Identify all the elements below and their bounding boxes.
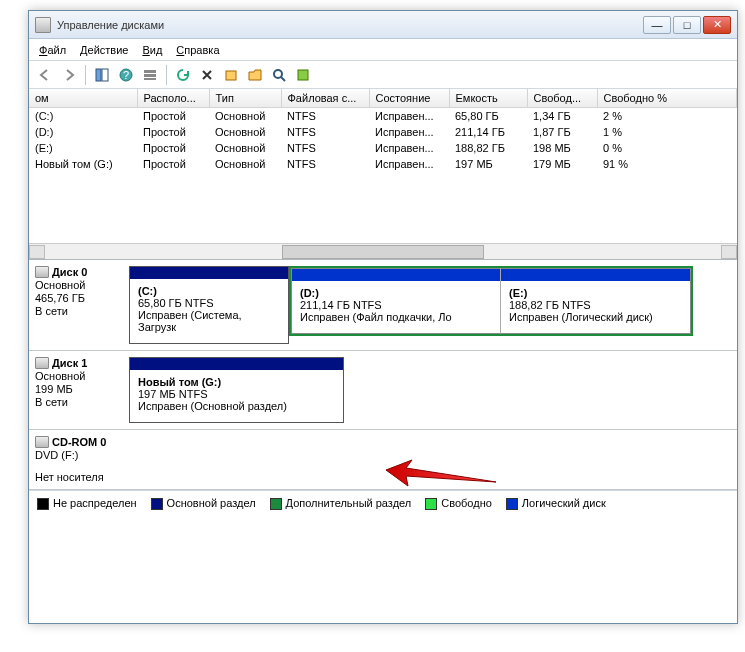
menubar: Файл Действие Вид Справка	[29, 39, 737, 61]
cell-cap: 197 МБ	[449, 156, 527, 172]
cdrom-status: Нет носителя	[35, 471, 733, 483]
menu-help[interactable]: Справка	[176, 44, 219, 56]
volume-e[interactable]: (E:) 188,82 ГБ NTFS Исправен (Логический…	[501, 268, 691, 334]
properties-button[interactable]	[221, 65, 241, 85]
cell-layout: Простой	[137, 140, 209, 156]
col-volume[interactable]: ом	[29, 89, 137, 108]
disk1-status: В сети	[35, 396, 125, 408]
cell-fs: NTFS	[281, 108, 369, 125]
cell-status: Исправен...	[369, 140, 449, 156]
table-row[interactable]: (C:)ПростойОсновнойNTFSИсправен...65,80 …	[29, 108, 737, 125]
disk-icon	[35, 357, 49, 369]
disk-row-0[interactable]: Диск 0 Основной 465,76 ГБ В сети (C:) 65…	[29, 260, 737, 351]
legend-primary: Основной раздел	[151, 497, 256, 510]
menu-action[interactable]: Действие	[80, 44, 128, 56]
disk1-type: Основной	[35, 370, 125, 382]
extended-partition: (D:) 211,14 ГБ NTFS Исправен (Файл подка…	[289, 266, 693, 336]
cell-fs: NTFS	[281, 156, 369, 172]
delete-button[interactable]	[197, 65, 217, 85]
cell-type: Основной	[209, 140, 281, 156]
vol-e-name: (E:)	[509, 287, 682, 299]
cell-vol: (C:)	[29, 108, 137, 125]
cell-status: Исправен...	[369, 156, 449, 172]
svg-rect-1	[102, 69, 108, 81]
cell-cap: 65,80 ГБ	[449, 108, 527, 125]
disk0-name: Диск 0	[52, 266, 87, 278]
cell-free: 1,87 ГБ	[527, 124, 597, 140]
svg-rect-4	[144, 70, 156, 73]
col-free[interactable]: Свобод...	[527, 89, 597, 108]
back-button[interactable]	[35, 65, 55, 85]
settings-button[interactable]	[293, 65, 313, 85]
svg-rect-7	[226, 71, 236, 80]
refresh-button[interactable]	[173, 65, 193, 85]
window-title: Управление дисками	[57, 19, 643, 31]
disk1-size: 199 МБ	[35, 383, 125, 395]
vol-c-name: (C:)	[138, 285, 280, 297]
scroll-left-icon[interactable]	[29, 245, 45, 259]
col-type[interactable]: Тип	[209, 89, 281, 108]
table-row[interactable]: (D:)ПростойОсновнойNTFSИсправен...211,14…	[29, 124, 737, 140]
disk0-status: В сети	[35, 305, 125, 317]
list-view-button[interactable]	[140, 65, 160, 85]
table-row[interactable]: Новый том (G:)ПростойОсновнойNTFSИсправе…	[29, 156, 737, 172]
scroll-right-icon[interactable]	[721, 245, 737, 259]
disk1-name: Диск 1	[52, 357, 87, 369]
cell-layout: Простой	[137, 124, 209, 140]
cell-fs: NTFS	[281, 140, 369, 156]
vol-d-status: Исправен (Файл подкачки, Ло	[300, 311, 492, 323]
horizontal-scrollbar[interactable]	[29, 243, 737, 259]
titlebar[interactable]: Управление дисками — □ ✕	[29, 11, 737, 39]
volume-d[interactable]: (D:) 211,14 ГБ NTFS Исправен (Файл подка…	[291, 268, 501, 334]
cell-type: Основной	[209, 108, 281, 125]
app-icon	[35, 17, 51, 33]
vol-c-status: Исправен (Система, Загрузк	[138, 309, 280, 333]
search-button[interactable]	[269, 65, 289, 85]
cdrom-row[interactable]: CD-ROM 0 DVD (F:) Нет носителя	[29, 430, 737, 490]
close-button[interactable]: ✕	[703, 16, 731, 34]
vol-g-status: Исправен (Основной раздел)	[138, 400, 335, 412]
cell-cap: 211,14 ГБ	[449, 124, 527, 140]
cell-vol: Новый том (G:)	[29, 156, 137, 172]
cell-free: 1,34 ГБ	[527, 108, 597, 125]
forward-button[interactable]	[59, 65, 79, 85]
svg-rect-0	[96, 69, 101, 81]
legend-unalloc: Не распределен	[37, 497, 137, 510]
cell-pct: 0 %	[597, 140, 737, 156]
minimize-button[interactable]: —	[643, 16, 671, 34]
cell-type: Основной	[209, 124, 281, 140]
menu-file[interactable]: Файл	[39, 44, 66, 56]
table-row[interactable]: (E:)ПростойОсновнойNTFSИсправен...188,82…	[29, 140, 737, 156]
show-tree-button[interactable]	[92, 65, 112, 85]
legend-extended: Дополнительный раздел	[270, 497, 412, 510]
svg-rect-5	[144, 74, 156, 77]
legend-logical: Логический диск	[506, 497, 606, 510]
volume-g[interactable]: Новый том (G:) 197 МБ NTFS Исправен (Осн…	[129, 357, 344, 423]
vol-g-size: 197 МБ NTFS	[138, 388, 335, 400]
volume-c[interactable]: (C:) 65,80 ГБ NTFS Исправен (Система, За…	[129, 266, 289, 344]
vol-c-size: 65,80 ГБ NTFS	[138, 297, 280, 309]
vol-d-size: 211,14 ГБ NTFS	[300, 299, 492, 311]
cell-status: Исправен...	[369, 108, 449, 125]
cell-free: 179 МБ	[527, 156, 597, 172]
col-capacity[interactable]: Емкость	[449, 89, 527, 108]
col-freepct[interactable]: Свободно %	[597, 89, 737, 108]
help-button[interactable]: ?	[116, 65, 136, 85]
col-layout[interactable]: Располо...	[137, 89, 209, 108]
maximize-button[interactable]: □	[673, 16, 701, 34]
disk-row-1[interactable]: Диск 1 Основной 199 МБ В сети Новый том …	[29, 351, 737, 430]
cell-pct: 1 %	[597, 124, 737, 140]
cell-vol: (D:)	[29, 124, 137, 140]
cell-status: Исправен...	[369, 124, 449, 140]
cell-layout: Простой	[137, 108, 209, 125]
vol-g-name: Новый том (G:)	[138, 376, 335, 388]
menu-view[interactable]: Вид	[142, 44, 162, 56]
scroll-thumb[interactable]	[282, 245, 485, 259]
disk0-type: Основной	[35, 279, 125, 291]
col-status[interactable]: Состояние	[369, 89, 449, 108]
col-fs[interactable]: Файловая с...	[281, 89, 369, 108]
disk0-size: 465,76 ГБ	[35, 292, 125, 304]
toolbar: ?	[29, 61, 737, 89]
open-button[interactable]	[245, 65, 265, 85]
cell-pct: 91 %	[597, 156, 737, 172]
